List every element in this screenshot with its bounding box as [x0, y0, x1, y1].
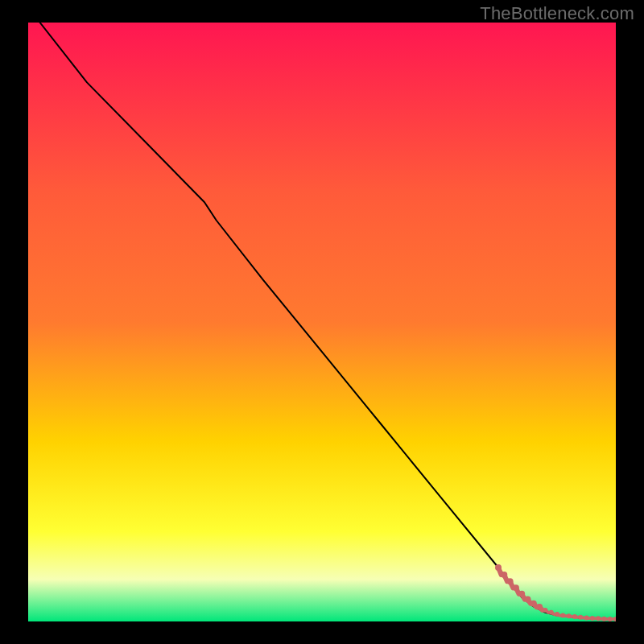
marker-dot — [601, 617, 606, 621]
watermark-text: TheBottleneck.com — [480, 3, 634, 24]
marker-dot — [578, 615, 583, 620]
marker-dot — [518, 591, 525, 597]
marker-dot — [530, 601, 537, 607]
marker-dot — [495, 564, 502, 571]
marker-dot — [608, 617, 613, 621]
marker-dot — [513, 584, 519, 591]
chart-svg — [28, 23, 616, 621]
plot-area — [28, 23, 616, 621]
marker-dot — [543, 608, 547, 613]
marker-dot — [584, 616, 589, 621]
marker-dot — [567, 613, 572, 618]
chart-frame: TheBottleneck.com — [0, 0, 644, 644]
marker-dot — [507, 578, 514, 584]
marker-dot — [536, 604, 543, 610]
marker-dot — [549, 610, 554, 615]
marker-dot — [501, 572, 507, 578]
marker-dot — [590, 616, 595, 621]
marker-dot — [572, 614, 577, 619]
marker-dot — [525, 597, 531, 603]
marker-dot — [560, 613, 565, 618]
marker-dot — [555, 612, 559, 617]
marker-dot — [596, 616, 601, 621]
